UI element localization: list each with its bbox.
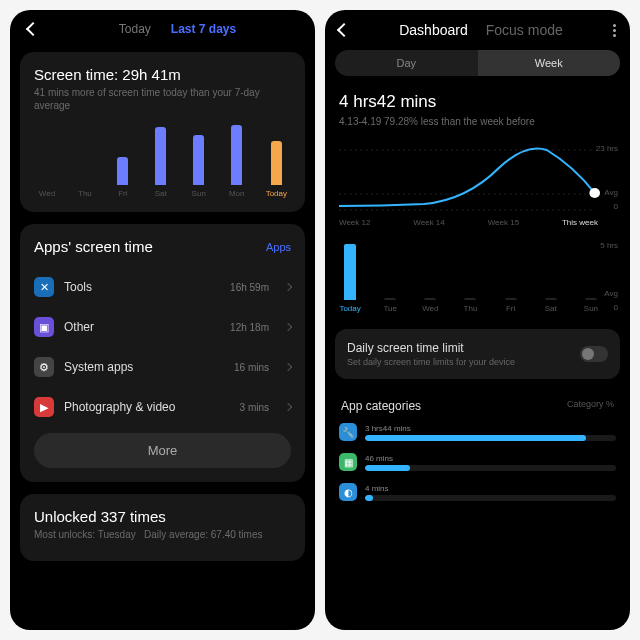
daily-bar-col: Sat [540,298,562,313]
category-bar-wrap: 4 mins [365,484,616,501]
bar-col: Fri [114,157,132,198]
tab-last-7-days[interactable]: Last 7 days [171,22,236,36]
app-name: System apps [64,360,224,374]
category-row[interactable]: ◐4 mins [339,477,616,507]
daily-bar-label: Sat [545,304,557,313]
line-chart-zero-label: 0 [614,202,618,211]
daily-bar-label: Wed [422,304,438,313]
bar-col: Thu [76,185,94,198]
phone-right-dashboard: Dashboard Focus mode Day Week 4 hrs42 mi… [325,10,630,630]
category-icon: ◐ [339,483,357,501]
daily-bar-col: Today [339,244,361,313]
bar [117,157,128,185]
daily-bar [585,298,597,300]
daily-bar-label: Sun [584,304,598,313]
daily-bar-label: Tue [383,304,397,313]
daily-limit-row[interactable]: Daily screen time limit Set daily screen… [335,329,620,379]
bar-label: Fri [118,189,127,198]
daily-bar-col: Thu [459,298,481,313]
bar-label: Thu [78,189,92,198]
bar [271,141,282,185]
daily-bar [545,298,557,300]
screen-time-subtitle: 41 mins more of screen time today than y… [34,86,291,112]
unlocked-subtitle: Most unlocks: Tuesday Daily average: 67.… [34,528,291,541]
app-row[interactable]: ▣Other12h 18m [34,307,291,347]
more-button[interactable]: More [34,433,291,468]
screen-time-card: Screen time: 29h 41m 41 mins more of scr… [20,52,305,212]
weekly-line-chart: 23 hrs Avg 0 [339,138,616,216]
app-time: 16h 59m [230,282,269,293]
app-categories-title: App categories [341,399,421,413]
daily-max-label: 5 hrs [600,241,618,250]
category-time-label: 3 hrs44 mins [365,424,616,433]
bar-label: Today [266,189,287,198]
line-chart-max-label: 23 hrs [596,144,618,153]
apps-link[interactable]: Apps [266,241,291,253]
app-icon: ✕ [34,277,54,297]
app-icon: ▣ [34,317,54,337]
app-name: Photography & video [64,400,230,414]
bar-label: Sun [192,189,206,198]
overflow-menu-icon[interactable] [613,24,616,37]
category-bar-wrap: 46 mins [365,454,616,471]
screen-time-title: Screen time: 29h 41m [34,66,291,83]
app-row[interactable]: ✕Tools16h 59m [34,267,291,307]
bar [155,127,166,185]
bar [231,125,242,185]
chevron-right-icon [284,363,292,371]
daily-bar [464,298,476,300]
daily-bar [505,298,517,300]
segment-week[interactable]: Week [478,50,621,76]
line-chart-x-label: Week 14 [413,218,444,227]
daily-bar [424,298,436,300]
category-time-label: 46 mins [365,454,616,463]
daily-limit-title: Daily screen time limit [347,341,580,355]
app-row[interactable]: ⚙System apps16 mins [34,347,291,387]
app-time: 12h 18m [230,322,269,333]
line-chart-x-label: Week 12 [339,218,370,227]
chevron-right-icon [284,283,292,291]
chevron-right-icon [284,403,292,411]
back-icon[interactable] [26,22,40,36]
weekly-summary: 4 hrs42 mins 4.13-4.19 79.28% less than … [325,86,630,233]
category-row[interactable]: 🔧3 hrs44 mins [339,417,616,447]
daily-bar-section: TodayTueWedThuFriSatSun 5 hrs Avg 0 [325,233,630,319]
tab-focus-mode[interactable]: Focus mode [486,22,563,38]
line-chart-x-label: Week 15 [488,218,519,227]
unlocked-title: Unlocked 337 times [34,508,291,525]
category-bar-wrap: 3 hrs44 mins [365,424,616,441]
app-time: 3 mins [240,402,269,413]
category-icon: ▦ [339,453,357,471]
back-icon[interactable] [337,23,351,37]
app-categories-section: App categories Category % 🔧3 hrs44 mins▦… [325,389,630,513]
category-bar [365,435,616,441]
daily-bar-col: Wed [419,298,441,313]
svg-point-3 [589,188,600,198]
daily-bar-col: Fri [500,298,522,313]
app-time: 16 mins [234,362,269,373]
category-bar [365,465,616,471]
tab-dashboard[interactable]: Dashboard [399,22,468,38]
bar-label: Wed [39,189,55,198]
line-chart-x-labels: Week 12Week 14Week 15This week [339,216,616,227]
daily-limit-toggle[interactable] [580,346,608,362]
week-bar-chart: WedThuFriSatSunMonToday [34,120,291,198]
app-row[interactable]: ▶Photography & video3 mins [34,387,291,427]
bar-label: Mon [229,189,245,198]
daily-bar [344,244,356,300]
line-chart-x-label: This week [562,218,598,227]
app-categories-columns: Category % [567,399,614,413]
tab-today[interactable]: Today [119,22,151,36]
app-icon: ▶ [34,397,54,417]
daily-bar-col: Sun [580,298,602,313]
daily-bar-chart: TodayTueWedThuFriSatSun [339,239,616,313]
daily-bar-label: Thu [464,304,478,313]
apps-screen-time-card: Apps' screen time Apps ✕Tools16h 59m▣Oth… [20,224,305,482]
phone-left-screen-time: Today Last 7 days Screen time: 29h 41m 4… [10,10,315,630]
segment-day[interactable]: Day [335,50,478,76]
category-row[interactable]: ▦46 mins [339,447,616,477]
app-name: Other [64,320,220,334]
daily-bar-label: Fri [506,304,515,313]
daily-zero-label: 0 [614,303,618,312]
bar-col: Sun [190,135,208,198]
